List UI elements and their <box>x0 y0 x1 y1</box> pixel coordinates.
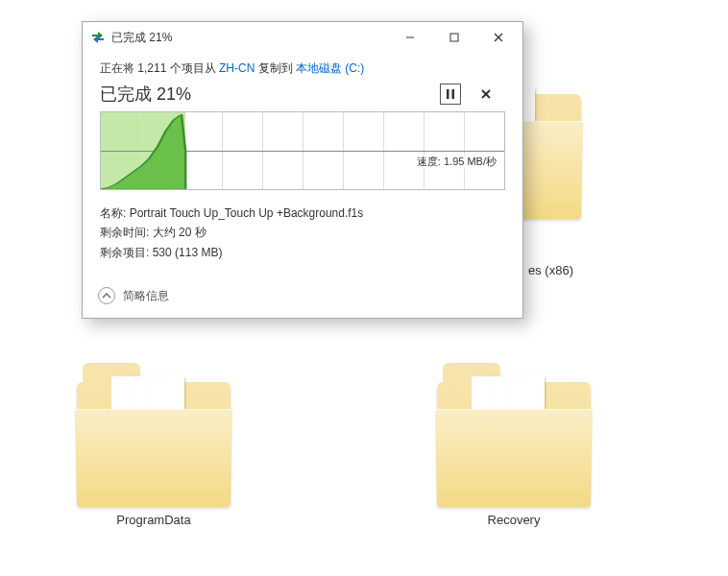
copy-prefix: 正在将 1,211 个项目从 <box>100 61 219 75</box>
close-icon <box>481 89 491 99</box>
pause-button[interactable] <box>440 84 461 105</box>
close-button[interactable] <box>476 23 521 52</box>
folder-glyph <box>77 324 231 507</box>
folder-programdata[interactable]: ProgramData <box>72 324 235 527</box>
progress-heading: 已完成 21% <box>100 83 434 106</box>
cancel-button[interactable] <box>467 84 505 105</box>
speed-chart: 速度: 1.95 MB/秒 <box>100 111 505 190</box>
svg-rect-1 <box>450 34 458 41</box>
window-title: 已完成 21% <box>111 30 388 46</box>
folder-label: Recovery <box>432 513 595 527</box>
folder-label-partial: es (x86) <box>528 263 573 277</box>
folder-glyph <box>437 324 591 507</box>
fewer-details-toggle[interactable]: 简略信息 <box>83 276 522 318</box>
items-value: 530 (113 MB) <box>153 246 223 259</box>
folder-label: ProgramData <box>72 513 235 527</box>
titlebar[interactable]: 已完成 21% <box>83 22 522 53</box>
copy-description: 正在将 1,211 个项目从 ZH-CN 复制到 本地磁盘 (C:) <box>100 60 505 77</box>
time-label: 剩余时间: <box>100 226 149 239</box>
maximize-button[interactable] <box>432 23 476 52</box>
source-link[interactable]: ZH-CN <box>219 61 255 75</box>
details-block: 名称: Portrait Touch Up_Touch Up +Backgrou… <box>100 204 505 262</box>
footer-label: 简略信息 <box>123 288 169 304</box>
pause-icon <box>447 89 454 99</box>
svg-rect-5 <box>452 89 455 99</box>
svg-rect-4 <box>447 89 449 99</box>
copy-arrows-icon <box>90 30 106 45</box>
speed-readout: 速度: 1.95 MB/秒 <box>415 155 498 169</box>
copy-mid: 复制到 <box>255 61 296 75</box>
minimize-button[interactable] <box>388 23 432 52</box>
name-label: 名称: <box>100 206 126 220</box>
copy-progress-dialog: 已完成 21% 正在将 1,211 个项目从 ZH-CN 复制到 本地磁盘 (C… <box>82 21 523 319</box>
name-value: Portrait Touch Up_Touch Up +Background.f… <box>130 206 364 220</box>
folder-recovery[interactable]: Recovery <box>432 324 595 527</box>
destination-link[interactable]: 本地磁盘 (C:) <box>296 61 364 75</box>
time-value: 大约 20 秒 <box>153 226 206 239</box>
items-label: 剩余项目: <box>100 246 149 259</box>
chevron-up-icon <box>98 287 115 304</box>
